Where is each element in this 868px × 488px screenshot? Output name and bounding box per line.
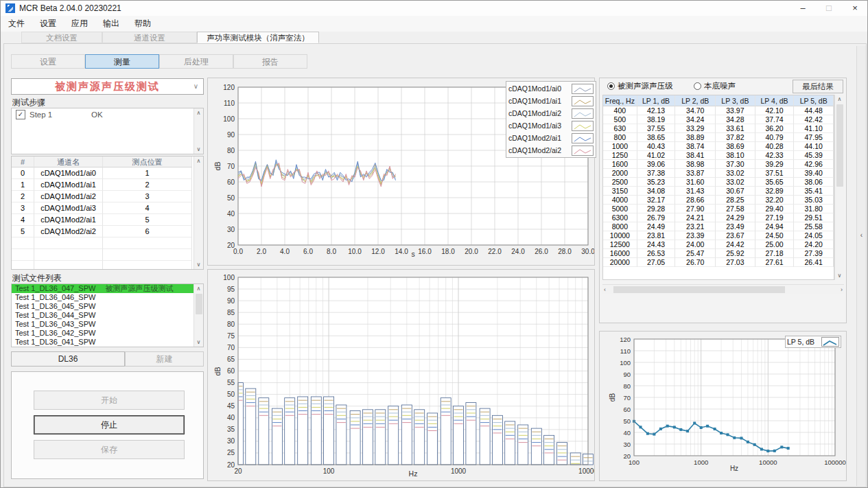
tab-channel-settings[interactable]: 通道设置: [102, 32, 197, 43]
table-cell: 24.42: [716, 240, 755, 249]
file-list-item[interactable]: Test 1_DL36_045_SPW: [12, 302, 203, 311]
scroll-down-icon[interactable]: ∨: [835, 271, 844, 280]
table-cell: [34, 261, 103, 270]
table-cell: 24.00: [675, 240, 716, 249]
tab-doc-settings[interactable]: 文档设置: [21, 32, 102, 43]
file-list-item[interactable]: Test 1_DL36_043_SPW: [12, 320, 203, 329]
menu-help[interactable]: 帮助: [127, 16, 159, 32]
steps-list[interactable]: ∧ ∨ ✓Step 1OK: [11, 108, 204, 154]
save-button[interactable]: 保存: [34, 440, 185, 459]
step-status: OK: [91, 111, 103, 119]
table-cell: 42.96: [794, 160, 834, 169]
legend-entry: cDAQ1Mod1/ai3: [508, 119, 594, 132]
file-list-item[interactable]: Test 1_DL36_046_SPW: [12, 293, 203, 302]
legend-entry: cDAQ1Mod1/ai2: [508, 107, 594, 119]
svg-text:4.0: 4.0: [280, 248, 290, 255]
result-table-row: 1000023.8123.3923.6724.5024.05: [603, 231, 834, 240]
scroll-up-icon[interactable]: ∧: [194, 284, 203, 293]
svg-text:1000: 1000: [694, 458, 708, 466]
subtab-measure[interactable]: 测量: [85, 54, 159, 69]
result-table-row: 1600026.5325.4725.9227.1827.39: [603, 249, 834, 258]
table-cell: 24.21: [675, 213, 716, 222]
minimize-button[interactable]: –: [790, 1, 816, 16]
scroll-up-icon[interactable]: ∧: [194, 156, 203, 165]
table-cell: 37.30: [716, 160, 755, 169]
table-cell: 35.23: [637, 178, 676, 187]
svg-text:30: 30: [623, 441, 631, 448]
table-cell: 800: [603, 133, 637, 142]
stop-button[interactable]: 停止: [34, 415, 185, 434]
table-cell: 44.10: [794, 142, 834, 151]
scroll-down-icon[interactable]: ∨: [194, 338, 203, 347]
maximize-button[interactable]: □: [816, 1, 842, 16]
result-table-row: 250035.2331.6033.0235.6538.06: [603, 178, 834, 187]
menu-apply[interactable]: 应用: [64, 16, 95, 32]
close-button[interactable]: ×: [842, 1, 868, 16]
svg-text:95: 95: [227, 286, 235, 293]
new-button[interactable]: 新建: [125, 351, 204, 367]
menu-file[interactable]: 文件: [1, 16, 32, 32]
file-list-scrollbar[interactable]: ∧ ∨: [193, 284, 203, 347]
file-list-item[interactable]: Test 1_DL36_047_SPW被测声源声压级测试: [12, 284, 203, 293]
subtab-postprocess[interactable]: 后处理: [159, 54, 233, 69]
subtab-report[interactable]: 报告: [233, 54, 307, 69]
svg-text:dB: dB: [609, 393, 616, 402]
menu-output[interactable]: 输出: [95, 16, 127, 32]
step-row[interactable]: ✓Step 1OK: [12, 108, 203, 121]
file-list-item[interactable]: Test 1_DL36_044_SPW: [12, 311, 203, 320]
subtab-setup[interactable]: 设置: [11, 54, 85, 69]
scroll-down-icon[interactable]: ∨: [194, 145, 203, 154]
svg-text:28.0: 28.0: [558, 248, 572, 255]
chart-legend: cDAQ1Mod1/ai0cDAQ1Mod1/ai1cDAQ1Mod1/ai2c…: [506, 81, 596, 158]
steps-scrollbar[interactable]: ∧ ∨: [193, 108, 203, 154]
result-table-row: 125041.0238.4138.1042.3345.39: [603, 151, 834, 160]
table-cell: 35.65: [755, 178, 795, 187]
svg-text:Hz: Hz: [730, 465, 738, 472]
background-noise-radio[interactable]: [694, 82, 701, 90]
legend-entry: cDAQ1Mod2/ai1: [508, 132, 594, 144]
table-cell: 33.29: [675, 124, 716, 133]
scroll-left-icon[interactable]: ‹: [604, 285, 606, 294]
table-cell: [103, 237, 192, 249]
channel-table-scrollbar[interactable]: ∧ ∨: [193, 156, 203, 269]
svg-text:0.0: 0.0: [233, 248, 243, 255]
table-cell: [12, 249, 34, 261]
table-cell: 28.25: [716, 196, 755, 205]
table-cell: 6300: [603, 213, 637, 222]
collapse-left-icon[interactable]: ‹: [858, 231, 865, 239]
start-button[interactable]: 开始: [34, 391, 185, 410]
table-cell: 29.51: [794, 213, 834, 222]
table-cell: 12500: [603, 240, 637, 249]
table-cell: 5: [12, 226, 34, 237]
tab-sound-power-module[interactable]: 声功率测试模块（消声室法）: [197, 32, 319, 43]
scroll-up-icon[interactable]: ∧: [194, 108, 203, 117]
table-cell: 27.90: [675, 205, 716, 213]
scroll-up-icon[interactable]: ∧: [835, 95, 844, 104]
menu-settings[interactable]: 设置: [32, 16, 64, 32]
table-cell: 24.49: [637, 222, 676, 231]
final-result-button[interactable]: 最后结果: [793, 80, 843, 93]
result-table-vscrollbar[interactable]: ∧ ∨: [834, 95, 844, 280]
step-checkbox[interactable]: ✓: [16, 110, 25, 119]
dl36-button[interactable]: DL36: [11, 351, 125, 367]
scrollbar-thumb[interactable]: [836, 104, 843, 187]
table-cell: 25.92: [716, 249, 755, 258]
svg-text:85: 85: [227, 309, 235, 316]
source-level-radio[interactable]: [607, 82, 615, 90]
scrollbar-thumb[interactable]: [196, 294, 202, 314]
title-bar: MCR Beta 2.04.0 20230221 – □ ×: [1, 1, 868, 16]
chevron-down-icon[interactable]: ∨: [190, 80, 202, 93]
file-list-item[interactable]: Test 1_DL36_041_SPW: [12, 338, 203, 347]
test-type-combobox[interactable]: 被测声源声压级测试 ∨: [11, 78, 204, 95]
table-cell: 47.95: [794, 133, 834, 142]
table-cell: 38.98: [675, 160, 716, 169]
table-cell: 34.70: [675, 106, 716, 115]
table-cell: 41.10: [794, 124, 834, 133]
table-cell: 39.40: [794, 169, 834, 178]
file-list-item[interactable]: Test 1_DL36_042_SPW: [12, 329, 203, 338]
svg-text:20: 20: [227, 242, 235, 249]
scrollbar-thumb[interactable]: [613, 286, 785, 293]
result-table-hscrollbar[interactable]: ‹ ›: [602, 284, 844, 294]
scroll-down-icon[interactable]: ∨: [194, 260, 203, 269]
scroll-right-icon[interactable]: ›: [841, 285, 843, 294]
